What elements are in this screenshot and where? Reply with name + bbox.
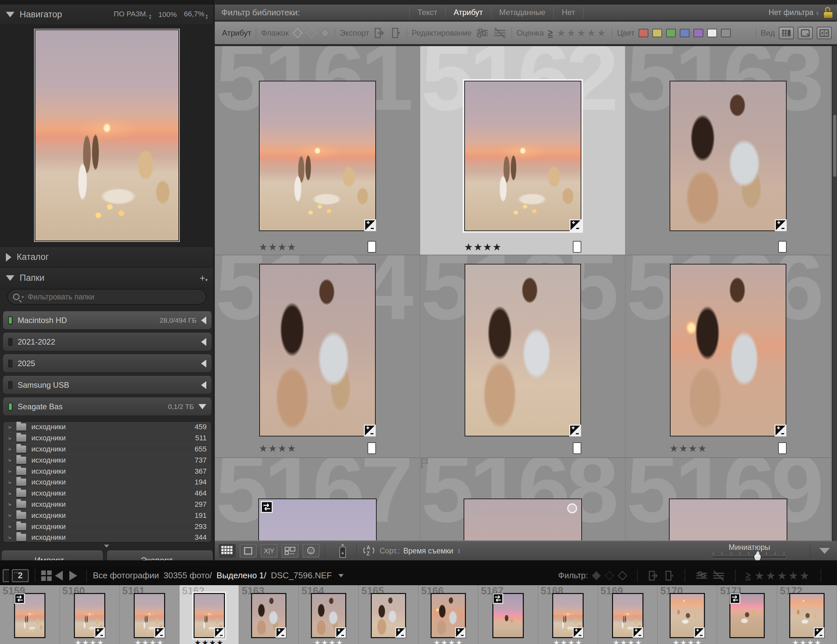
star-rating[interactable]: ★★★★ (60, 638, 119, 644)
current-filename[interactable]: DSC_7596.NEF (271, 570, 332, 580)
folder-row[interactable]: ⁞▸исходники293 (3, 521, 211, 532)
color-label-box[interactable] (778, 241, 787, 253)
expand-triangle-icon[interactable] (201, 360, 206, 367)
rotate-badge-icon[interactable] (730, 593, 740, 604)
expand-triangle-icon[interactable] (6, 253, 11, 262)
photo-thumbnail[interactable] (464, 498, 582, 541)
photo-thumbnail[interactable] (464, 81, 581, 231)
thumbnails-slider[interactable] (712, 552, 787, 559)
filmstrip-item[interactable]: 5170★★★★ (658, 585, 717, 644)
filmstrip-item[interactable]: 5163 (239, 585, 299, 644)
color-swatch[interactable] (666, 29, 676, 37)
color-label-box[interactable] (573, 241, 581, 253)
flag-reject-icon[interactable] (320, 28, 330, 38)
disclosure-icon[interactable]: ⁞▸ (8, 502, 16, 507)
develop-badge-icon[interactable] (395, 627, 406, 638)
grid-cell[interactable]: 5166★★★★ (625, 255, 831, 458)
folder-row[interactable]: ⁞▸исходники344 (3, 532, 211, 542)
zoom-100-option[interactable]: 100% (158, 10, 177, 19)
develop-badge-icon[interactable] (569, 220, 581, 231)
filmstrip-item[interactable]: 5171 (717, 585, 777, 644)
tab-Атрибут[interactable]: Атрибут (450, 8, 486, 17)
disclosure-icon[interactable]: ⁞▸ (8, 524, 16, 529)
grid-cell[interactable]: 5167 (215, 458, 420, 541)
color-swatch[interactable] (652, 29, 662, 37)
photo-thumbnail[interactable] (492, 593, 524, 638)
grid-view-shortcut-icon[interactable] (41, 570, 52, 581)
grid-cell[interactable]: 5162★★★★ (420, 46, 625, 255)
develop-badge-icon[interactable] (573, 627, 583, 638)
navigator-header[interactable]: Навигатор ПО РАЗМ.▴▾ 100% 66,7%▴▾ (0, 5, 213, 25)
stepper-icon[interactable]: ▴▾ (206, 14, 208, 20)
develop-badge-icon[interactable] (154, 627, 165, 638)
tab-Нет[interactable]: Нет (558, 8, 578, 17)
edited-filter-icon[interactable] (695, 570, 708, 582)
people-view-icon[interactable] (302, 544, 320, 558)
develop-badge-icon[interactable] (335, 627, 346, 638)
rating-gte-toggle[interactable]: ≥ (745, 571, 750, 580)
not-edited-filter-icon[interactable] (712, 570, 725, 582)
star-rating[interactable]: ★★★★ (658, 638, 717, 644)
not-exported-filter-icon[interactable] (663, 570, 675, 582)
rating-stars-filter[interactable]: ★★★★★ (557, 27, 607, 39)
grid-cell[interactable]: 5163 (625, 46, 831, 255)
navigator-preview-frame[interactable] (34, 29, 180, 242)
disclosure-icon[interactable]: ⁞▸ (8, 535, 16, 540)
grid-cell[interactable]: 5168 (420, 458, 625, 541)
second-window-button[interactable]: •••2 (12, 569, 29, 582)
rotate-badge-icon[interactable] (261, 501, 273, 513)
develop-badge-icon[interactable] (775, 424, 786, 436)
grid-cell[interactable]: 5164★★★★ (215, 255, 420, 458)
folder-row[interactable]: ⁞▸исходники194 (3, 477, 211, 488)
folder-row[interactable]: ⁞▸исходники464 (3, 488, 211, 499)
not-edited-filter-icon[interactable] (493, 27, 507, 39)
folder-row[interactable]: ⁞▸исходники297 (3, 499, 211, 510)
star-rating[interactable]: ★★★★ (120, 638, 179, 644)
rating-stars-filter[interactable]: ★★★★★ (755, 569, 811, 582)
develop-badge-icon[interactable] (455, 627, 466, 638)
filmstrip-item[interactable]: 5161★★★★ (120, 585, 179, 644)
grid-cell[interactable]: 5169 (625, 458, 831, 541)
exported-filter-icon[interactable] (647, 570, 659, 582)
color-label-box[interactable] (573, 442, 581, 454)
star-rating[interactable]: ★★★★ (464, 241, 502, 253)
folders-header[interactable]: Папки +▾ (0, 268, 213, 288)
photo-thumbnail[interactable] (612, 593, 643, 638)
loupe-view-button[interactable] (798, 27, 813, 39)
volume-row[interactable]: 2025 (3, 354, 212, 373)
star-rating[interactable]: ★★★★ (598, 638, 658, 644)
rotate-badge-icon[interactable] (493, 593, 503, 604)
volume-row[interactable]: Seagate Bas0,1/2 ТБ (3, 398, 212, 416)
collapse-triangle-icon[interactable] (6, 12, 15, 17)
color-swatch[interactable] (721, 29, 731, 37)
folder-row[interactable]: ⁞▸исходники459 (3, 422, 211, 433)
photo-thumbnail[interactable] (431, 593, 466, 638)
forward-arrow-icon[interactable] (69, 571, 77, 580)
photo-thumbnail[interactable] (259, 81, 376, 231)
develop-badge-icon[interactable] (633, 627, 643, 638)
loupe-view-icon[interactable] (240, 544, 257, 558)
photo-thumbnail[interactable] (311, 593, 346, 638)
main-window-button[interactable] (3, 569, 9, 582)
develop-badge-icon[interactable] (814, 627, 824, 638)
sort-stepper-icon[interactable]: ▴▾ (458, 548, 460, 554)
filter-preset-dropdown[interactable]: Нет фильтра ⇕ (769, 8, 819, 17)
filmstrip-item[interactable]: 5164★★★★ (299, 585, 359, 644)
disclosure-icon[interactable]: ⁞▸ (8, 436, 16, 441)
color-label-box[interactable] (368, 442, 376, 454)
photo-thumbnail[interactable] (251, 593, 286, 638)
grid-view-icon[interactable] (219, 544, 236, 558)
grid-scrollbar[interactable] (832, 46, 837, 541)
folder-row[interactable]: ⁞▸исходники511 (3, 433, 211, 444)
expand-triangle-icon[interactable] (201, 316, 206, 324)
color-swatch[interactable] (707, 29, 717, 37)
filter-lock-icon[interactable] (824, 7, 832, 18)
tab-Текст[interactable]: Текст (414, 8, 440, 17)
grid-cell[interactable]: 5161★★★★ (215, 46, 420, 255)
filmstrip-item[interactable]: 5160★★★★ (60, 585, 120, 644)
photo-thumbnail[interactable] (670, 264, 786, 436)
color-label-box[interactable] (368, 241, 376, 253)
flag-unflagged-icon[interactable] (306, 28, 317, 38)
photo-thumbnail[interactable] (670, 81, 787, 231)
toolbar-collapse-icon[interactable] (819, 548, 830, 554)
